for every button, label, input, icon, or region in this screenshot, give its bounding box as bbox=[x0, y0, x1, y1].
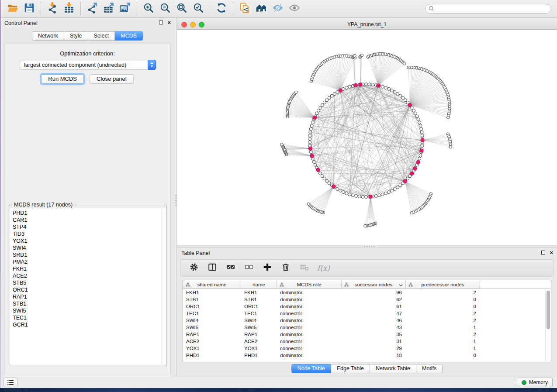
search-input[interactable] bbox=[425, 4, 551, 14]
cell-successor-nodes[interactable]: 43 bbox=[342, 325, 406, 330]
cell-shared-name[interactable]: STB1 bbox=[183, 297, 241, 302]
result-node-item[interactable]: SWI4 bbox=[13, 244, 166, 251]
table-row[interactable]: YOX1YOX1connector291 bbox=[183, 345, 551, 352]
cell-successor-nodes[interactable]: 61 bbox=[342, 304, 406, 309]
column-header-shared-name[interactable]: shared name bbox=[183, 280, 241, 289]
cell-successor-nodes[interactable]: 18 bbox=[342, 353, 406, 358]
close-panel-icon[interactable]: × bbox=[550, 250, 553, 255]
cell-predecessor-nodes[interactable]: 2 bbox=[406, 318, 480, 323]
duplicate-network-button[interactable] bbox=[236, 1, 253, 16]
table-row[interactable]: RAP1RAP1dominator352 bbox=[183, 331, 551, 338]
cell-mcds-role[interactable]: connector bbox=[277, 339, 342, 344]
cell-successor-nodes[interactable]: 96 bbox=[342, 290, 406, 295]
cell-predecessor-nodes[interactable]: 0 bbox=[406, 353, 480, 358]
maximize-window-button[interactable] bbox=[199, 22, 204, 28]
table-row[interactable]: FKH1FKH1dominator962 bbox=[183, 289, 551, 296]
cell-successor-nodes[interactable]: 31 bbox=[342, 339, 406, 344]
result-node-item[interactable]: TID3 bbox=[13, 230, 166, 237]
cell-shared-name[interactable]: PHD1 bbox=[183, 353, 241, 358]
cell-predecessor-nodes[interactable]: 2 bbox=[406, 311, 480, 316]
network-window-titlebar[interactable]: YPA_prune.txt_1 bbox=[177, 20, 557, 30]
cell-name[interactable]: TEC1 bbox=[241, 311, 277, 316]
select-all-button[interactable] bbox=[225, 262, 237, 274]
tab-select[interactable]: Select bbox=[88, 31, 115, 41]
refresh-button[interactable] bbox=[213, 1, 230, 16]
scrollbar-thumb[interactable] bbox=[547, 291, 550, 329]
network-graph[interactable] bbox=[177, 30, 557, 244]
result-node-item[interactable]: PMA2 bbox=[13, 258, 166, 265]
import-table-button[interactable] bbox=[61, 1, 77, 16]
add-column-button[interactable] bbox=[261, 262, 273, 274]
cell-shared-name[interactable]: FKH1 bbox=[183, 290, 241, 295]
result-node-item[interactable]: STP4 bbox=[13, 224, 166, 230]
table-row[interactable]: STB1STB1dominator620 bbox=[183, 296, 551, 303]
cell-successor-nodes[interactable]: 62 bbox=[342, 297, 406, 302]
memory-button[interactable]: Memory bbox=[517, 378, 553, 387]
table-row[interactable]: ORC1ORC1dominator610 bbox=[183, 303, 551, 310]
cell-predecessor-nodes[interactable]: 0 bbox=[406, 297, 480, 302]
float-panel-icon[interactable] bbox=[159, 21, 163, 24]
cell-successor-nodes[interactable]: 47 bbox=[342, 311, 406, 316]
cell-name[interactable]: SWI4 bbox=[241, 318, 277, 323]
result-node-item[interactable]: GCR1 bbox=[13, 321, 166, 328]
cell-shared-name[interactable]: ORC1 bbox=[183, 304, 241, 309]
cell-predecessor-nodes[interactable]: 1 bbox=[406, 325, 480, 330]
zoom-fit-button[interactable] bbox=[173, 1, 190, 16]
settings-button[interactable] bbox=[188, 262, 200, 274]
show-columns-button[interactable] bbox=[206, 262, 218, 274]
column-header-successor-nodes[interactable]: successor nodes bbox=[342, 280, 406, 289]
result-list-scrollbar[interactable] bbox=[162, 208, 166, 365]
result-node-item[interactable]: SRD1 bbox=[13, 251, 166, 258]
cell-mcds-role[interactable]: dominator bbox=[277, 353, 342, 358]
cell-successor-nodes[interactable]: 46 bbox=[342, 318, 406, 323]
result-node-item[interactable]: ORC1 bbox=[13, 286, 166, 293]
splitter-grip[interactable] bbox=[364, 246, 375, 247]
float-panel-icon[interactable] bbox=[541, 251, 545, 254]
column-header-predecessor-nodes[interactable]: predecessor nodes bbox=[406, 280, 480, 289]
zoom-selected-button[interactable] bbox=[190, 1, 207, 16]
cell-shared-name[interactable]: SWI4 bbox=[183, 318, 241, 323]
cell-mcds-role[interactable]: connector bbox=[277, 325, 342, 330]
cell-name[interactable]: FKH1 bbox=[241, 290, 277, 295]
tab-motifs[interactable]: Motifs bbox=[416, 364, 443, 373]
cell-shared-name[interactable]: RAP1 bbox=[183, 332, 241, 337]
mcds-result-list[interactable]: PHD1CAR1STP4TID3YOX1SWI4SRD1PMA2FKH1ACE2… bbox=[10, 208, 166, 365]
table-row[interactable]: TEC1TEC1connector472 bbox=[183, 310, 551, 317]
zoom-out-button[interactable] bbox=[157, 1, 173, 16]
open-session-button[interactable] bbox=[4, 1, 21, 16]
tab-style[interactable]: Style bbox=[64, 31, 88, 41]
cell-shared-name[interactable]: YOX1 bbox=[183, 346, 241, 351]
first-neighbors-button[interactable] bbox=[253, 1, 270, 16]
network-canvas[interactable] bbox=[177, 30, 557, 244]
cell-name[interactable]: RAP1 bbox=[241, 332, 277, 337]
deselect-all-button[interactable] bbox=[243, 262, 255, 274]
column-header-mcds-role[interactable]: MCDS role bbox=[277, 280, 342, 289]
cell-predecessor-nodes[interactable]: 1 bbox=[406, 346, 480, 351]
result-node-item[interactable]: ACE2 bbox=[13, 272, 166, 279]
cell-name[interactable]: STB1 bbox=[241, 297, 277, 302]
close-panel-icon[interactable]: × bbox=[167, 20, 171, 25]
table-row[interactable]: PHD1PHD1dominator180 bbox=[183, 352, 551, 359]
cell-predecessor-nodes[interactable]: 1 bbox=[406, 339, 480, 344]
close-panel-button[interactable]: Close panel bbox=[90, 74, 134, 84]
result-node-item[interactable]: STB1 bbox=[13, 300, 166, 307]
delete-column-button[interactable] bbox=[280, 262, 292, 274]
splitter-grip[interactable] bbox=[175, 195, 176, 206]
minimize-window-button[interactable] bbox=[190, 22, 196, 28]
cell-successor-nodes[interactable]: 35 bbox=[342, 332, 406, 337]
run-mcds-button[interactable]: Run MCDS bbox=[41, 74, 84, 84]
cell-name[interactable]: ACE2 bbox=[241, 339, 277, 344]
save-session-button[interactable] bbox=[21, 1, 38, 16]
export-table-button[interactable] bbox=[100, 1, 117, 16]
zoom-in-button[interactable] bbox=[140, 1, 157, 16]
cell-shared-name[interactable]: TEC1 bbox=[183, 311, 241, 316]
cell-shared-name[interactable]: SWI5 bbox=[183, 325, 241, 330]
result-node-item[interactable]: RAP1 bbox=[13, 293, 166, 300]
cell-mcds-role[interactable]: dominator bbox=[277, 304, 342, 309]
close-window-button[interactable] bbox=[181, 22, 187, 28]
cell-name[interactable]: PHD1 bbox=[241, 353, 277, 358]
show-all-button[interactable] bbox=[286, 1, 303, 16]
table-row[interactable]: ACE2ACE2connector311 bbox=[183, 338, 551, 345]
cell-mcds-role[interactable]: dominator bbox=[277, 297, 342, 302]
tab-node-table[interactable]: Node Table bbox=[291, 364, 331, 373]
